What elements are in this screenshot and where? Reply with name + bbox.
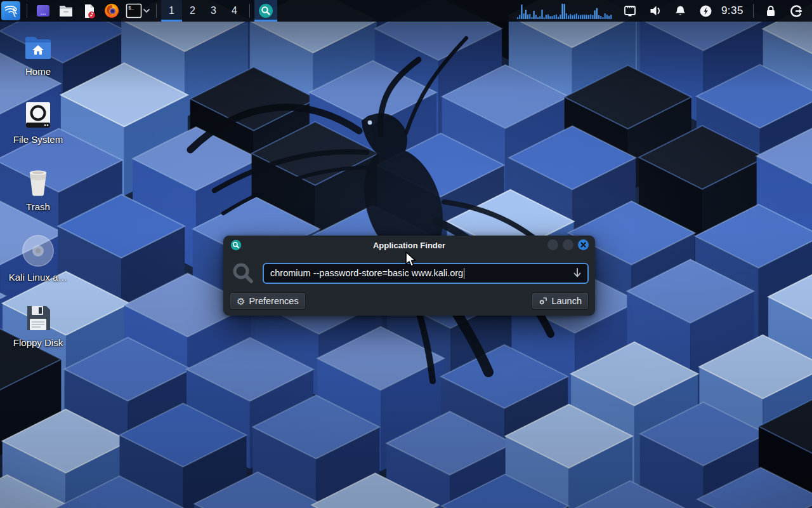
system-tray: 9:35	[517, 2, 812, 20]
trash-icon	[23, 168, 53, 197]
desktop-icon-label: Floppy Disk	[13, 337, 63, 348]
firefox-launcher[interactable]	[102, 1, 121, 20]
text-editor-icon	[81, 3, 97, 19]
desktop-icon-label: Trash	[26, 201, 50, 212]
close-button[interactable]	[578, 239, 589, 250]
close-icon	[580, 242, 586, 248]
notifications-tray-item[interactable]	[674, 4, 688, 18]
desktop-icon-label: Home	[25, 66, 51, 77]
power-manager-tray-item[interactable]	[699, 4, 713, 18]
window-title: Application Finder	[223, 241, 595, 250]
top-panel: $_ 1 2 3 4	[0, 0, 812, 22]
history-dropdown-button[interactable]	[572, 267, 582, 279]
application-finder-window: Application Finder chromium --password-s…	[223, 236, 595, 316]
panel-separator	[753, 4, 754, 18]
workspace-1-label: 1	[169, 5, 174, 17]
lock-icon	[764, 4, 777, 17]
panel-separator	[27, 4, 27, 18]
text-editor-launcher[interactable]	[79, 1, 98, 20]
workspace-2-label: 2	[190, 5, 195, 17]
file-system-drive-icon	[23, 100, 53, 130]
dropdown-arrow-icon	[572, 267, 582, 279]
workspace-3-label: 3	[211, 5, 216, 17]
launch-button-label: Launch	[551, 296, 582, 306]
file-manager-icon	[58, 3, 74, 19]
workspace-2[interactable]: 2	[182, 0, 203, 22]
firefox-icon	[103, 3, 120, 19]
app-window-launcher[interactable]	[34, 1, 53, 20]
logout-icon	[790, 4, 803, 18]
cpu-graph[interactable]	[517, 2, 612, 20]
desktop-icon-label: Kali Linux a…	[9, 272, 68, 283]
desktop-icon-kali-disc[interactable]: Kali Linux a…	[5, 234, 71, 283]
home-folder-icon	[23, 34, 53, 62]
lock-screen-button[interactable]	[764, 4, 778, 18]
application-finder-icon	[258, 3, 273, 18]
clock[interactable]: 9:35	[721, 4, 743, 17]
workspace-1[interactable]: 1	[161, 0, 182, 22]
gear-icon: ⚙	[237, 297, 245, 306]
terminal-icon: $_	[126, 3, 142, 19]
application-finder-icon	[230, 239, 242, 251]
logout-button[interactable]	[789, 4, 803, 18]
terminal-launcher[interactable]: $_	[125, 1, 142, 20]
terminal-dropdown[interactable]	[143, 8, 152, 13]
kali-menu-button[interactable]	[1, 1, 20, 20]
kali-desktop: $_ 1 2 3 4	[0, 0, 812, 508]
maximize-button[interactable]	[563, 239, 573, 250]
minimize-button[interactable]	[547, 239, 558, 250]
text-caret	[464, 268, 464, 279]
preferences-button[interactable]: ⚙ Preferences	[230, 292, 306, 310]
desktop-icon-trash[interactable]: Trash	[5, 168, 71, 212]
desktop-icon-file-system[interactable]: File System	[5, 100, 71, 145]
file-manager-launcher[interactable]	[56, 1, 75, 20]
desktop-icon-floppy-disk[interactable]: Floppy Disk	[5, 304, 71, 348]
run-gear-icon	[539, 297, 547, 305]
mouse-cursor	[405, 251, 419, 268]
command-input[interactable]: chromium --password-store=basic www.kali…	[263, 263, 589, 284]
taskbar-application-finder-button[interactable]	[254, 0, 277, 22]
volume-tray-item[interactable]	[648, 4, 662, 18]
panel-separator	[249, 4, 250, 18]
app-window-icon	[36, 3, 51, 18]
preferences-button-label: Preferences	[249, 296, 298, 306]
ethernet-tray-item[interactable]	[623, 4, 637, 18]
desktop-icon-label: File System	[13, 134, 63, 145]
power-icon	[699, 4, 712, 18]
workspace-4-label: 4	[232, 5, 237, 17]
volume-icon	[648, 4, 662, 18]
search-icon	[231, 261, 255, 285]
notifications-bell-icon	[674, 4, 687, 18]
launch-button[interactable]: Launch	[532, 292, 589, 310]
chevron-down-icon	[143, 8, 150, 13]
floppy-disk-icon	[23, 304, 53, 333]
kali-menu-icon	[3, 3, 18, 18]
ethernet-icon	[623, 4, 637, 18]
workspace-3[interactable]: 3	[203, 0, 224, 22]
kali-disc-icon	[22, 234, 55, 267]
panel-separator	[156, 4, 157, 18]
svg-text:$_: $_	[128, 6, 134, 11]
workspace-4[interactable]: 4	[224, 0, 245, 22]
command-input-value: chromium --password-store=basic www.kali…	[270, 268, 463, 278]
desktop-icon-home[interactable]: Home	[5, 34, 71, 77]
